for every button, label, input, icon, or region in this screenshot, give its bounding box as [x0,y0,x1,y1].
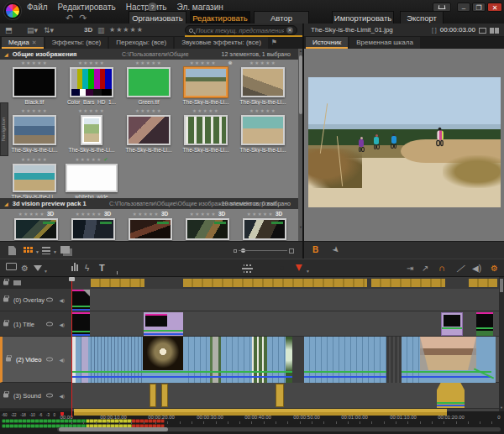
ruler-ticks[interactable] [71,421,500,424]
tab-source[interactable]: Источник [306,37,348,49]
preview-mode-icon[interactable] [6,263,17,270]
media-item[interactable]: ★★★★★ Black.tif [7,60,62,105]
sound-track[interactable] [71,383,499,409]
tab-close-icon[interactable]: ✕ [32,39,37,45]
title-track[interactable] [71,311,499,337]
track-header-overlay[interactable]: (0) Overlay ◀) [0,289,71,311]
filter-3d-label[interactable]: 3D [84,26,92,34]
tab-export[interactable]: Экспорт [400,11,444,24]
tab-timeline-view[interactable]: Временная шкала [349,37,420,49]
lock-icon[interactable] [3,394,8,398]
media-item[interactable]: ★★★★★3D [239,211,291,240]
store-cart-icon[interactable] [433,3,451,12]
tab-media[interactable]: Медиа✕ [2,37,44,49]
timeline-hscrollbar[interactable] [57,427,501,431]
film-icon[interactable] [242,264,253,273]
send-to-timeline-icon[interactable]: ↗ [422,263,428,274]
view-list-icon[interactable]: ▤▾ [27,26,38,34]
thumbnail-zoom-slider[interactable] [234,248,294,254]
preview-viewport[interactable] [304,49,504,241]
tab-organize[interactable]: Организовать [129,11,186,24]
media-item[interactable]: ★★★★★ Color_Bars_HD_1... [64,60,119,105]
track-header-video[interactable]: (2) Video ◀) [0,337,71,383]
speaker-icon[interactable]: ◀) [59,393,65,399]
tab-sound-effects[interactable]: Звуковые эффекты: (все) [175,37,268,49]
trim-mode-icon[interactable]: ⇥ [407,263,413,274]
tab-edit[interactable]: Редактировать [190,11,250,24]
eye-visibility-icon[interactable] [46,298,53,302]
search-input[interactable] [193,27,286,34]
deselect-icon[interactable]: ⊗ [228,60,234,66]
rating-stars[interactable]: ★★★★★⊗ [178,60,234,66]
marker-segment[interactable] [91,279,144,287]
navigation-side-tab[interactable]: Navigation [0,102,8,156]
lock-icon[interactable] [3,322,8,326]
thumbnail-3d-preview[interactable] [71,218,115,240]
track-header-title[interactable]: (1) Title ◀) [0,311,71,337]
thumbnail-sky-limit[interactable] [13,164,56,192]
send-arrow-icon[interactable]: ➤ [330,244,342,256]
timeline-vscrollbar[interactable]: ▼ [499,277,504,411]
thumbnail-sky-limit-portrait[interactable] [81,115,102,145]
media-item[interactable]: ★★★★★ The-Sky-is-the-Li... [121,107,176,153]
thumbnail-sky-limit[interactable] [241,115,285,145]
audio-mixer-icon[interactable] [71,263,78,271]
title-clip[interactable] [144,312,183,336]
title-clip[interactable] [441,312,463,336]
thumbnail-sky-limit[interactable] [184,115,228,145]
tab-author[interactable]: Автор [254,11,309,24]
tab-transitions[interactable]: Переходы: (все) [109,37,173,49]
view-caret-icon[interactable]: ▼ [53,249,57,254]
zoom-min-icon[interactable] [234,249,237,253]
rating-stars[interactable]: ★★★★★ [235,107,291,114]
collapse-arrow-icon[interactable]: ◢ [4,52,8,57]
rating-stars[interactable]: ★★★★★ [235,60,291,66]
magnet-snap-icon[interactable]: ∩ [438,263,445,274]
media-item[interactable]: ★★★★★ The-Sky-is-the-Li... [64,107,119,153]
maximize-button[interactable]: ❐ [472,3,486,12]
rating-stars[interactable]: ★★★★★ [7,107,62,114]
media-item[interactable]: ★★★★★ The-Sky-is-the-Li... [7,107,62,153]
file-info-icon[interactable] [8,246,16,255]
marker-flag-icon[interactable] [296,264,302,271]
thumbnail-view-icon[interactable] [24,247,33,253]
group-header-common-images[interactable]: ◢ Общие изображения C:\Пользователи\Общи… [0,49,299,60]
minimize-button[interactable]: – [457,3,470,12]
playhead[interactable] [71,277,72,417]
b-roll-button[interactable]: B [312,245,318,254]
video-clip-dark[interactable] [386,337,402,383]
media-item-selected[interactable]: ★★★★★⊗ The-Sky-is-the-Li... [178,60,234,105]
funnel-caret-icon[interactable]: ▼ [44,266,48,277]
thumbnail-sky-limit[interactable] [13,115,56,145]
menu-edit[interactable]: Редактировать [58,3,116,12]
eye-visibility-icon[interactable] [46,394,53,398]
eye-visibility-icon[interactable] [46,322,53,326]
media-item[interactable]: ★★★★★ The-Sky-is-the-Li... [7,156,62,200]
sound-clip-fade[interactable] [437,383,465,408]
scrollbar-thumb[interactable] [500,279,503,292]
lock-icon[interactable] [3,298,8,302]
collapse-arrow-icon[interactable]: ◢ [4,201,8,207]
storyboard-icon[interactable] [13,280,21,286]
range-bar[interactable] [74,409,447,416]
lock-icon[interactable] [3,281,8,285]
zoom-max-icon[interactable] [289,248,294,254]
marker-segment[interactable] [371,279,445,287]
title-tool-icon[interactable]: T [99,263,105,274]
rating-stars[interactable]: ★★★★★3D [67,211,119,217]
tab-import[interactable]: Импортировать [332,11,394,24]
close-button[interactable]: ✕ [487,3,502,12]
speaker-icon[interactable]: ◀) [59,297,65,303]
title-clip[interactable] [476,312,493,336]
overlay-track[interactable] [71,289,499,311]
pin-tab-icon[interactable]: ⚑ [271,37,277,49]
rating-stars[interactable]: ★★★★★ [121,60,176,66]
view-caret-icon[interactable]: ▼ [35,249,39,254]
rating-stars[interactable]: ★★★★★ [121,107,176,114]
media-item[interactable]: ★★★★★3D [10,211,62,240]
media-item[interactable]: ★★★★★✔ whitebg_wide [64,156,119,200]
thumbnail-sky-limit[interactable] [241,67,285,97]
rating-stars[interactable]: ★★★★★ [178,107,234,114]
media-item[interactable]: ★★★★★ The-Sky-is-the-Li... [235,107,291,153]
audio-scrub-icon[interactable]: ◀) [472,263,481,274]
